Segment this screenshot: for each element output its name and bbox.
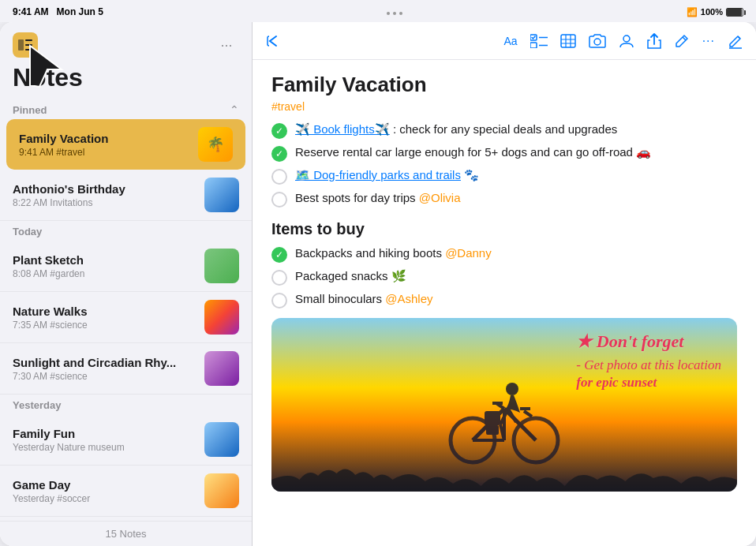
sidebar: ··· Notes Pinned ⌃ Family Vacation 9:41 … bbox=[0, 22, 253, 546]
vegetation-silhouette bbox=[271, 464, 737, 492]
svg-rect-1 bbox=[25, 39, 32, 41]
note-item-sunlight-circadian[interactable]: Sunlight and Circadian Rhy... 7:30 AM #s… bbox=[0, 343, 252, 395]
checkbox-6[interactable] bbox=[271, 270, 287, 286]
markup-button[interactable] bbox=[674, 33, 690, 49]
sidebar-more-button[interactable]: ··· bbox=[214, 32, 239, 58]
checklist-item-5: Backpacks and hiking boots @Danny bbox=[271, 246, 737, 263]
note-item-game-day[interactable]: Game Day Yesterday #soccer bbox=[0, 466, 252, 517]
note-thumb-game-day bbox=[204, 473, 239, 508]
note-meta-family-fun: Yesterday Nature museum bbox=[13, 442, 196, 453]
bicycle-silhouette bbox=[441, 365, 567, 468]
note-hashtag: #travel bbox=[271, 100, 737, 113]
note-thumb-anthonios-birthday bbox=[204, 178, 239, 212]
checklist-text-6: Packaged snacks 🌿 bbox=[295, 269, 406, 283]
note-title-family-fun: Family Fun bbox=[13, 427, 196, 440]
battery-text: 100% bbox=[701, 7, 723, 17]
sidebar-title: Notes bbox=[0, 63, 252, 99]
book-flights-link[interactable]: ✈️ Book flights✈️ bbox=[295, 122, 390, 136]
yesterday-section-header: Yesterday bbox=[0, 395, 252, 414]
note-title-family-vacation: Family Vacation bbox=[19, 132, 190, 145]
svg-rect-29 bbox=[485, 411, 500, 425]
notes-count: 15 Notes bbox=[105, 528, 146, 540]
checkbox-5[interactable] bbox=[271, 247, 287, 263]
mention-olivia: @Olivia bbox=[419, 191, 461, 204]
checkbox-7[interactable] bbox=[271, 293, 287, 309]
checklist-text-2: Reserve rental car large enough for 5+ d… bbox=[295, 145, 651, 159]
note-image: ★ Don't forget - Get photo at this locat… bbox=[271, 318, 737, 492]
checkbox-2[interactable] bbox=[271, 146, 287, 162]
camera-button[interactable] bbox=[589, 34, 606, 48]
pinned-label: Pinned bbox=[13, 104, 47, 116]
note-item-plant-sketch[interactable]: Plant Sketch 8:08 AM #garden bbox=[0, 241, 252, 292]
checkbox-4[interactable] bbox=[271, 192, 287, 208]
toolbar-left bbox=[265, 33, 281, 49]
note-item-family-vacation[interactable]: Family Vacation 9:41 AM #travel 🌴 bbox=[6, 119, 245, 170]
checklist-item-2: Reserve rental car large enough for 5+ d… bbox=[271, 145, 737, 162]
svg-point-13 bbox=[594, 39, 601, 45]
checklist-text-7: Small binoculars @Ashley bbox=[295, 292, 432, 305]
note-title-anthonios-birthday: Anthonio's Birthday bbox=[13, 182, 196, 196]
today-label: Today bbox=[13, 226, 42, 237]
main-content: Aa bbox=[253, 22, 756, 546]
checklist-text-1: ✈️ Book flights✈️ : check for any specia… bbox=[295, 122, 617, 136]
pinned-chevron[interactable]: ⌃ bbox=[230, 103, 239, 116]
note-item-nature-walks[interactable]: Nature Walks 7:35 AM #science bbox=[0, 292, 252, 343]
checklist-button[interactable] bbox=[530, 34, 548, 48]
image-annotation: ★ Don't forget - Get photo at this locat… bbox=[576, 331, 721, 391]
annotation-line3: for epic sunset bbox=[576, 375, 657, 390]
mention-ashley: @Ashley bbox=[385, 292, 432, 305]
dog-friendly-link[interactable]: 🗺️ Dog-friendly parks and trails bbox=[295, 168, 461, 181]
back-arrow-button[interactable] bbox=[265, 33, 281, 49]
sidebar-footer: 15 Notes bbox=[0, 521, 252, 546]
svg-rect-2 bbox=[25, 44, 32, 46]
checklist-text-4: Best spots for day trips @Olivia bbox=[295, 191, 460, 204]
table-button[interactable] bbox=[560, 34, 576, 48]
checklist-item-3: 🗺️ Dog-friendly parks and trails 🐾 bbox=[271, 168, 737, 185]
mention-danny: @Danny bbox=[445, 246, 492, 260]
share-button[interactable] bbox=[647, 33, 661, 49]
svg-line-23 bbox=[524, 411, 532, 417]
checklist-item-1: ✈️ Book flights✈️ : check for any specia… bbox=[271, 122, 737, 139]
checkbox-3[interactable] bbox=[271, 169, 287, 185]
note-item-family-fun[interactable]: Family Fun Yesterday Nature museum bbox=[0, 414, 252, 466]
note-title-plant-sketch: Plant Sketch bbox=[13, 253, 196, 267]
note-thumb-family-fun bbox=[204, 422, 239, 457]
note-content-anthonios-birthday: Anthonio's Birthday 8:22 AM Invitations bbox=[13, 182, 196, 208]
checklist-text-5: Backpacks and hiking boots @Danny bbox=[295, 246, 492, 260]
checklist-item-7: Small binoculars @Ashley bbox=[271, 292, 737, 309]
format-text-button[interactable]: Aa bbox=[504, 35, 518, 47]
status-center-dots bbox=[387, 9, 402, 15]
person-button[interactable] bbox=[619, 33, 634, 49]
pinned-section-header: Pinned ⌃ bbox=[0, 99, 252, 119]
note-meta-anthonios-birthday: 8:22 AM Invitations bbox=[13, 197, 196, 208]
svg-line-18 bbox=[504, 409, 536, 440]
more-options-button[interactable]: ··· bbox=[702, 34, 715, 48]
items-to-buy-title: Items to buy bbox=[271, 220, 737, 238]
note-title-nature-walks: Nature Walks bbox=[13, 305, 196, 318]
annotation-line1: ★ Don't forget bbox=[576, 331, 683, 351]
compose-button[interactable] bbox=[728, 33, 743, 49]
checkbox-1[interactable] bbox=[271, 123, 287, 139]
checklist-item-6: Packaged snacks 🌿 bbox=[271, 269, 737, 286]
annotation-line2: - Get photo at this location bbox=[576, 357, 721, 372]
checklist-item-4: Best spots for day trips @Olivia bbox=[271, 191, 737, 208]
toolbar: Aa bbox=[253, 22, 756, 60]
note-thumb-nature-walks bbox=[204, 300, 239, 335]
svg-rect-30 bbox=[486, 425, 499, 435]
svg-rect-3 bbox=[25, 49, 32, 50]
note-meta-sunlight-circadian: 7:30 AM #science bbox=[13, 371, 196, 382]
battery-icon bbox=[726, 8, 743, 17]
wifi-icon: 📶 bbox=[687, 7, 698, 17]
note-thumb-plant-sketch bbox=[204, 249, 239, 283]
app-container: ··· Notes Pinned ⌃ Family Vacation 9:41 … bbox=[0, 22, 756, 546]
toolbar-right: Aa bbox=[504, 33, 743, 49]
note-title-game-day: Game Day bbox=[13, 478, 196, 492]
note-meta-nature-walks: 7:35 AM #science bbox=[13, 320, 196, 331]
sidebar-header: ··· bbox=[0, 22, 252, 63]
yesterday-label: Yesterday bbox=[13, 399, 61, 411]
sidebar-toggle-button[interactable] bbox=[13, 32, 38, 58]
note-meta-game-day: Yesterday #soccer bbox=[13, 493, 196, 504]
note-content-family-vacation: Family Vacation 9:41 AM #travel bbox=[19, 132, 190, 158]
svg-rect-8 bbox=[561, 35, 575, 47]
note-item-anthonios-birthday[interactable]: Anthonio's Birthday 8:22 AM Invitations bbox=[0, 170, 252, 221]
